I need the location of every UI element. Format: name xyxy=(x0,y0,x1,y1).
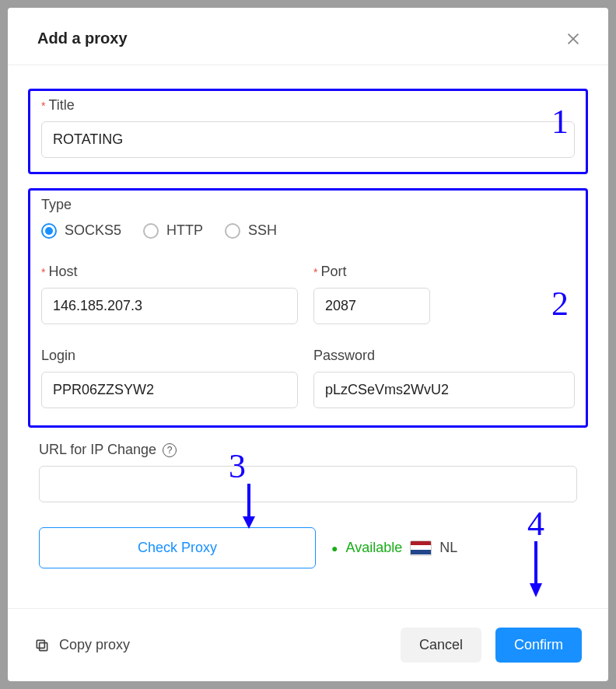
modal-body: Title 1 Type SOCKS5 HTTP SSH xyxy=(8,65,608,608)
type-option-http[interactable]: HTTP xyxy=(143,222,203,239)
url-input[interactable] xyxy=(39,466,577,502)
confirm-button[interactable]: Confirm xyxy=(495,628,582,663)
radio-icon xyxy=(225,223,240,239)
url-label-row: URL for IP Change ? xyxy=(39,442,577,458)
svg-marker-3 xyxy=(530,583,542,597)
port-input[interactable] xyxy=(313,288,430,324)
copy-icon xyxy=(34,638,50,653)
footer-buttons: Cancel Confirm xyxy=(401,628,582,663)
radio-icon xyxy=(41,223,57,239)
password-input[interactable] xyxy=(313,372,575,408)
close-icon[interactable] xyxy=(565,30,582,47)
copy-proxy-label: Copy proxy xyxy=(59,637,130,653)
type-option-socks5[interactable]: SOCKS5 xyxy=(41,222,121,239)
radio-icon xyxy=(143,223,159,239)
title-label: Title xyxy=(41,97,575,114)
url-label: URL for IP Change xyxy=(39,442,156,458)
country-code: NL xyxy=(439,540,457,556)
port-label: Port xyxy=(313,264,430,280)
connection-section: Type SOCKS5 HTTP SSH Host xyxy=(28,188,588,428)
radio-label: SSH xyxy=(248,222,277,239)
login-label: Login xyxy=(41,348,298,364)
check-row: Check Proxy ● Available NL xyxy=(28,527,588,568)
login-input[interactable] xyxy=(41,372,298,408)
status-text: Available xyxy=(345,540,402,556)
type-option-ssh[interactable]: SSH xyxy=(225,222,277,239)
radio-label: HTTP xyxy=(166,222,203,239)
modal-footer: Copy proxy Cancel Confirm xyxy=(8,608,608,681)
svg-rect-5 xyxy=(37,640,44,648)
svg-rect-4 xyxy=(40,642,47,650)
host-label: Host xyxy=(41,264,298,280)
url-section: URL for IP Change ? xyxy=(28,442,588,502)
cancel-button[interactable]: Cancel xyxy=(401,628,481,663)
radio-label: SOCKS5 xyxy=(65,222,121,239)
title-input[interactable] xyxy=(41,121,575,158)
type-radio-group: SOCKS5 HTTP SSH xyxy=(41,222,575,239)
flag-nl-icon xyxy=(410,540,432,556)
password-label: Password xyxy=(313,348,575,364)
title-section: Title 1 xyxy=(28,89,588,174)
proxy-status: ● Available NL xyxy=(331,540,457,556)
modal-header: Add a proxy xyxy=(8,8,608,65)
host-input[interactable] xyxy=(41,288,298,324)
modal-title: Add a proxy xyxy=(37,30,128,47)
help-icon[interactable]: ? xyxy=(163,443,177,457)
status-dot-icon: ● xyxy=(331,542,338,554)
type-label: Type xyxy=(41,197,575,213)
check-proxy-button[interactable]: Check Proxy xyxy=(39,527,316,568)
copy-proxy-button[interactable]: Copy proxy xyxy=(34,637,130,653)
add-proxy-modal: Add a proxy Title 1 Type SOCKS5 HTTP xyxy=(8,8,608,681)
